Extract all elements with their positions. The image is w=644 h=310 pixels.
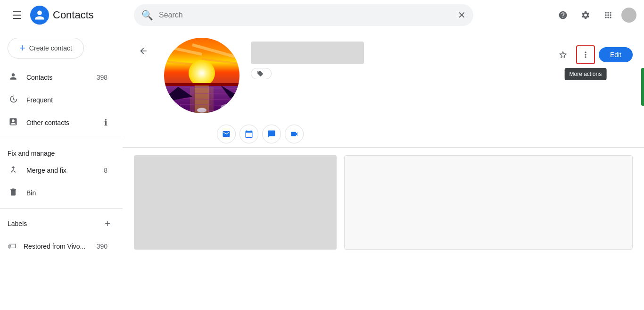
sidebar-item-other-contacts[interactable]: Other contacts ℹ [0, 111, 115, 134]
sidebar-item-bin[interactable]: Bin [0, 182, 115, 204]
create-contact-button[interactable]: + Create contact [8, 38, 84, 59]
contact-action-icons [123, 121, 644, 148]
label-count: 390 [97, 243, 107, 250]
label-item-restored[interactable]: 🏷 Restored from Vivo... 390 [0, 235, 115, 258]
back-button[interactable] [134, 42, 153, 60]
other-contacts-info-icon: ℹ [104, 117, 107, 128]
app-icon [30, 6, 49, 25]
contact-info [251, 38, 542, 79]
contact-details-side [344, 155, 633, 250]
contact-label-tag [251, 68, 272, 79]
create-contact-label: Create contact [29, 44, 72, 52]
app-title: Contacts [53, 9, 94, 21]
help-button[interactable] [553, 6, 572, 25]
contact-actions-right: More actions Edit [553, 45, 633, 64]
more-actions-tooltip: More actions [565, 68, 607, 80]
star-button[interactable] [553, 45, 572, 64]
labels-title: Labels [8, 220, 100, 227]
merge-label: Merge and fix [26, 167, 96, 174]
sidebar-item-frequent[interactable]: Frequent [0, 89, 115, 111]
calendar-action-button[interactable] [239, 125, 258, 143]
contact-header: More actions Edit [123, 30, 644, 121]
sidebar-divider-2 [0, 208, 123, 209]
sidebar: + Create contact Contacts 398 Frequent O… [0, 30, 123, 310]
contact-body [123, 148, 644, 257]
sidebar-item-merge[interactable]: Merge and fix 8 [0, 159, 115, 182]
bin-icon [8, 187, 19, 199]
more-actions-button[interactable] [576, 45, 595, 64]
contacts-icon [8, 72, 19, 84]
apps-button[interactable] [599, 6, 618, 25]
merge-icon [8, 165, 19, 176]
video-action-button[interactable] [285, 125, 304, 143]
bin-label: Bin [26, 189, 107, 197]
chat-action-button[interactable] [262, 125, 281, 143]
label-icon: 🏷 [8, 242, 16, 251]
email-action-button[interactable] [217, 125, 236, 143]
edit-button[interactable]: Edit [599, 47, 633, 62]
topbar-right [553, 6, 636, 25]
hamburger-menu[interactable] [8, 6, 26, 25]
contacts-label: Contacts [26, 74, 89, 81]
fix-manage-title: Fix and manage [0, 142, 123, 159]
contact-details-main [134, 155, 337, 250]
user-avatar[interactable] [621, 8, 636, 23]
other-contacts-icon [8, 117, 19, 129]
topbar-left: Contacts [8, 6, 130, 25]
content-area: More actions Edit [123, 30, 644, 310]
main-layout: + Create contact Contacts 398 Frequent O… [0, 30, 644, 310]
labels-header: Labels + [0, 212, 123, 235]
label-name: Restored from Vivo... [24, 243, 89, 250]
add-label-button[interactable]: + [100, 216, 115, 231]
contacts-count: 398 [97, 74, 107, 81]
contact-avatar [164, 38, 239, 113]
sidebar-divider-1 [0, 138, 123, 138]
settings-button[interactable] [576, 6, 595, 25]
frequent-label: Frequent [26, 96, 107, 104]
clear-search-icon[interactable]: ✕ [458, 9, 466, 21]
search-bar: 🔍 ✕ [134, 4, 473, 26]
frequent-icon [8, 94, 19, 106]
sidebar-item-contacts[interactable]: Contacts 398 [0, 66, 115, 89]
contact-name-placeholder [251, 42, 364, 64]
topbar: Contacts 🔍 ✕ [0, 0, 644, 30]
merge-count: 8 [104, 167, 107, 174]
other-contacts-label: Other contacts [26, 119, 95, 126]
search-icon: 🔍 [141, 9, 153, 21]
search-input[interactable] [159, 11, 452, 19]
more-actions-wrapper: More actions [576, 45, 595, 64]
